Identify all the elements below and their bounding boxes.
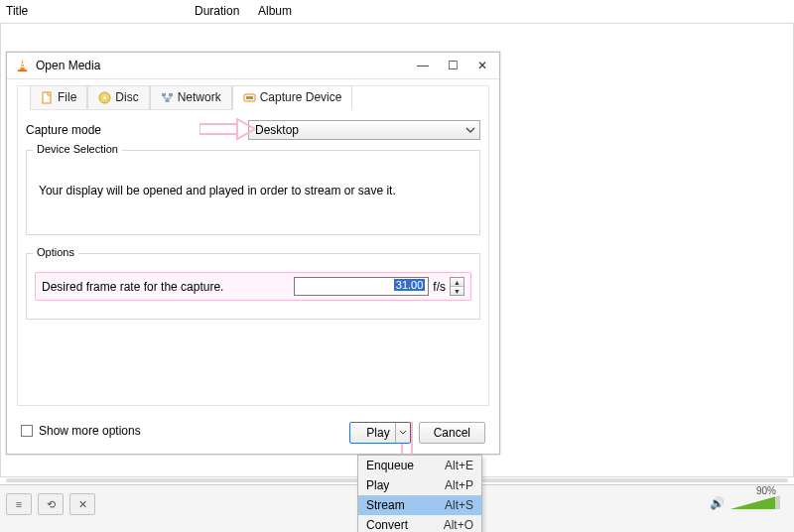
capture-mode-label: Capture mode bbox=[26, 123, 185, 137]
maximize-button[interactable]: ☐ bbox=[438, 55, 467, 76]
minimize-button[interactable]: ― bbox=[408, 55, 438, 76]
open-media-dialog: Open Media ― ☐ ✕ File Disc Network Captu… bbox=[6, 52, 500, 455]
volume-control[interactable]: 🔊 bbox=[710, 495, 780, 511]
fps-unit: f/s bbox=[433, 280, 446, 294]
options-legend: Options bbox=[33, 246, 78, 258]
cancel-button[interactable]: Cancel bbox=[419, 422, 485, 444]
shuffle-button[interactable]: ✕ bbox=[69, 493, 95, 515]
dialog-titlebar[interactable]: Open Media ― ☐ ✕ bbox=[7, 53, 499, 79]
fps-spinner[interactable]: ▲ ▼ bbox=[450, 277, 464, 296]
svg-rect-13 bbox=[246, 96, 253, 99]
capture-icon bbox=[243, 91, 256, 104]
svg-rect-5 bbox=[20, 66, 25, 66]
col-duration[interactable]: Duration bbox=[195, 4, 258, 23]
fps-input[interactable]: 31.00 bbox=[294, 277, 429, 296]
svg-rect-9 bbox=[162, 93, 166, 96]
svg-rect-6 bbox=[43, 92, 51, 103]
fps-row: Desired frame rate for the capture. 31.0… bbox=[35, 272, 471, 301]
show-more-label: Show more options bbox=[39, 424, 141, 438]
svg-marker-1 bbox=[730, 496, 775, 509]
menu-enqueue[interactable]: EnqueueAlt+E bbox=[358, 456, 481, 475]
file-icon bbox=[41, 91, 54, 104]
disc-icon bbox=[98, 91, 111, 104]
menu-convert[interactable]: ConvertAlt+O bbox=[358, 515, 481, 532]
tab-network[interactable]: Network bbox=[150, 85, 232, 110]
playlist-button[interactable]: ≡ bbox=[6, 493, 32, 515]
spinner-down-icon[interactable]: ▼ bbox=[451, 287, 463, 295]
menu-stream[interactable]: StreamAlt+S bbox=[358, 495, 481, 515]
show-more-options-row[interactable]: Show more options bbox=[21, 424, 141, 438]
svg-rect-3 bbox=[18, 69, 27, 71]
volume-slider[interactable] bbox=[730, 495, 780, 511]
tab-content: Capture mode Desktop Device Selection Yo… bbox=[26, 112, 480, 399]
show-more-checkbox[interactable] bbox=[21, 425, 33, 437]
svg-rect-14 bbox=[199, 124, 237, 134]
play-dropdown-button[interactable] bbox=[395, 423, 410, 443]
dialog-title: Open Media bbox=[36, 59, 408, 72]
tab-bar: File Disc Network Capture Device bbox=[30, 85, 352, 110]
col-title[interactable]: Title bbox=[6, 4, 195, 23]
close-button[interactable]: ✕ bbox=[467, 55, 497, 76]
svg-rect-4 bbox=[21, 63, 25, 64]
svg-marker-15 bbox=[237, 119, 255, 139]
annotation-arrow-capture-mode bbox=[199, 117, 255, 141]
capture-mode-value: Desktop bbox=[255, 123, 299, 137]
tab-disc[interactable]: Disc bbox=[87, 85, 149, 110]
network-icon bbox=[161, 91, 174, 104]
device-selection-group: Device Selection Your display will be op… bbox=[26, 150, 480, 235]
playlist-columns: Title Duration Album bbox=[0, 0, 794, 24]
speaker-icon: 🔊 bbox=[710, 496, 725, 510]
loop-button[interactable]: ⟲ bbox=[38, 493, 64, 515]
tab-capture-device[interactable]: Capture Device bbox=[232, 85, 353, 110]
chevron-down-icon bbox=[399, 429, 407, 437]
fps-value: 31.00 bbox=[394, 279, 426, 291]
device-selection-message: Your display will be opened and played i… bbox=[37, 184, 396, 198]
svg-marker-2 bbox=[20, 59, 26, 69]
svg-rect-11 bbox=[165, 99, 169, 102]
tab-file[interactable]: File bbox=[30, 85, 87, 110]
volume-percent: 90% bbox=[756, 485, 776, 496]
vlc-cone-icon bbox=[15, 59, 30, 73]
svg-rect-10 bbox=[169, 93, 173, 96]
svg-point-8 bbox=[103, 96, 106, 99]
options-group: Options Desired frame rate for the captu… bbox=[26, 253, 480, 320]
dialog-body: File Disc Network Capture Device Capture… bbox=[17, 85, 489, 406]
device-selection-legend: Device Selection bbox=[33, 143, 122, 155]
chevron-down-icon bbox=[465, 124, 475, 138]
menu-play[interactable]: PlayAlt+P bbox=[358, 475, 481, 495]
fps-label: Desired frame rate for the capture. bbox=[42, 280, 260, 294]
col-album[interactable]: Album bbox=[258, 4, 318, 23]
play-dropdown-menu: EnqueueAlt+E PlayAlt+P StreamAlt+S Conve… bbox=[357, 455, 482, 532]
spinner-up-icon[interactable]: ▲ bbox=[451, 278, 463, 287]
play-button[interactable]: Play bbox=[349, 422, 410, 444]
capture-mode-select[interactable]: Desktop bbox=[248, 120, 480, 140]
